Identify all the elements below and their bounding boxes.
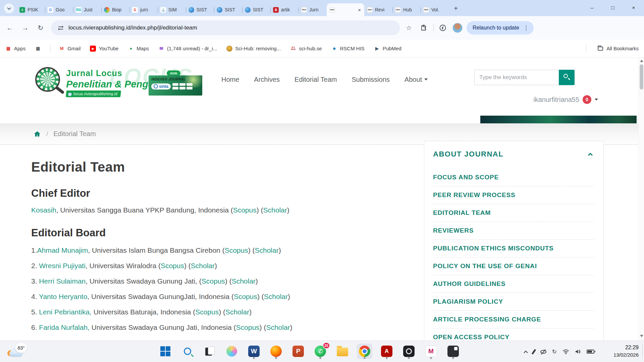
browser-tab[interactable]: GGoo xyxy=(45,3,73,16)
acrobat-taskbar-icon[interactable]: A xyxy=(379,344,394,359)
browser-tab[interactable]: SIST xyxy=(214,3,242,16)
bookmark-youtube[interactable]: ▶YouTube xyxy=(90,46,118,52)
sidebar-item-focus-and-scope[interactable]: FOCUS AND SCOPE xyxy=(433,169,594,186)
sidebar-item-policy-on-the-use-of-genai[interactable]: POLICY ON THE USE OF GENAI xyxy=(433,257,594,275)
tab-close-icon[interactable]: × xyxy=(357,7,362,13)
scroll-up-arrow[interactable] xyxy=(640,60,643,62)
active-browser-tab[interactable]: PKP× xyxy=(327,3,364,16)
sidebar-item-editorial-team[interactable]: EDITORIAL TEAM xyxy=(433,204,594,222)
sidebar-item-article-processing-charge[interactable]: ARTICLE PROCESSING CHARGE xyxy=(433,311,594,328)
darkapp-taskbar-icon[interactable] xyxy=(445,344,461,359)
member-name-link[interactable]: Ahmad Munajim xyxy=(37,246,88,254)
bookmark-rscm[interactable]: ●RSCM HIS xyxy=(331,46,365,52)
sidebar-item-reviewers[interactable]: REVIEWERS xyxy=(433,222,594,240)
profile-avatar[interactable] xyxy=(452,23,463,33)
mapp-taskbar-icon[interactable]: M xyxy=(423,344,439,359)
member-name-link[interactable]: Kosasih xyxy=(31,206,56,214)
all-bookmarks[interactable]: All Bookmarks xyxy=(586,45,639,52)
scopus-link[interactable]: Scopus xyxy=(234,293,257,300)
scholar-link[interactable]: Scholar xyxy=(263,206,287,214)
bookmark-mail[interactable]: ✉(1,748 unread) - dr_i... xyxy=(158,46,217,52)
performance-leaf-icon[interactable] xyxy=(437,22,448,34)
browser-tab[interactable]: SIST xyxy=(186,3,214,16)
reload-button[interactable]: ↻ xyxy=(35,22,46,34)
scholar-link[interactable]: Scholar xyxy=(232,277,256,285)
ppt-taskbar-icon[interactable]: P xyxy=(290,344,306,359)
scopus-link[interactable]: Scopus xyxy=(225,246,248,254)
taskview-taskbar-icon[interactable] xyxy=(202,344,217,359)
extensions-icon[interactable] xyxy=(418,22,429,34)
minimize-button[interactable]: – xyxy=(582,0,602,15)
sidebar-item-peer-review-process[interactable]: PEER REVIEW PROCESS xyxy=(433,186,594,204)
copilot-taskbar-icon[interactable] xyxy=(224,344,239,359)
member-name-link[interactable]: Leni Pebriantika, xyxy=(39,308,91,316)
user-menu[interactable]: ikanurfitriana55 0 xyxy=(533,95,598,104)
sidebar-header[interactable]: ABOUT JOURNAL xyxy=(433,150,594,169)
weather-widget[interactable]: 83° xyxy=(7,343,32,360)
browser-tab[interactable]: PKPVol. xyxy=(421,3,449,16)
search-taskbar-icon[interactable] xyxy=(180,344,195,359)
start-taskbar-icon[interactable] xyxy=(158,344,173,359)
browser-tab[interactable]: PKPRevi xyxy=(364,3,392,16)
scholar-link[interactable]: Scholar xyxy=(264,293,288,300)
browser-tab[interactable]: RGJust xyxy=(73,3,101,16)
scopus-link[interactable]: Scopus xyxy=(236,323,260,331)
pen-icon[interactable] xyxy=(531,349,536,355)
nav-item-about[interactable]: About xyxy=(405,76,428,83)
member-name-link[interactable]: Yanto Heryanto xyxy=(39,293,87,300)
bookmark-gmail[interactable]: MGmail xyxy=(59,46,80,52)
bookmark-star-icon[interactable]: ☆ xyxy=(403,22,415,34)
explorer-taskbar-icon[interactable] xyxy=(335,344,350,359)
sidebar-item-plagiarism-policy[interactable]: PLAGIARISM POLICY xyxy=(433,293,594,311)
scholar-link[interactable]: Scholar xyxy=(225,308,249,316)
browser-tab[interactable]: Gjurn xyxy=(129,3,158,16)
nav-item-submissions[interactable]: Submissions xyxy=(352,76,389,83)
whatsapp-taskbar-icon[interactable]: ✆25 xyxy=(313,344,328,359)
browser-tab[interactable]: PKPJurn xyxy=(299,3,327,16)
sidebar-item-publication-ethics-misconduts[interactable]: PUBLICATION ETHICS MISCONDUTS xyxy=(433,240,594,257)
browser-tab[interactable]: Biop xyxy=(101,3,129,16)
chrome-taskbar-icon[interactable] xyxy=(357,344,372,359)
bookmark-scihub[interactable]: SCI HUBsci-hub.se xyxy=(290,46,322,52)
address-bar[interactable]: locus.rivierapublishing.id/index.php/jl/… xyxy=(51,20,400,35)
scroll-down-arrow[interactable] xyxy=(640,335,643,337)
volume-icon[interactable] xyxy=(575,349,581,354)
bookmark-apps[interactable]: ▦Apps xyxy=(5,46,25,52)
tab-search-button[interactable] xyxy=(4,3,14,13)
show-desktop-button[interactable] xyxy=(642,345,644,358)
taskbar-clock[interactable]: 22:29 13/02/2026 xyxy=(613,344,639,358)
firefox-taskbar-icon[interactable] xyxy=(268,344,284,359)
hidden-icons-chevron-icon[interactable] xyxy=(524,350,528,355)
search-button[interactable] xyxy=(559,70,575,85)
sidebar-item-open-access-policy[interactable]: OPEN ACCESS POLICY xyxy=(433,328,594,341)
scopus-link[interactable]: Scopus xyxy=(202,277,225,285)
browser-tab[interactable]: Aartik xyxy=(270,3,299,16)
scopus-link[interactable]: Scopus xyxy=(195,308,219,316)
bookmark-scihub-bird[interactable]: Sci-Hub: removing... xyxy=(226,46,281,52)
maximize-button[interactable]: □ xyxy=(602,0,623,15)
relaunch-button[interactable]: Relaunch to update ⋮ xyxy=(467,21,534,35)
browser-tab[interactable]: SIST xyxy=(242,3,270,16)
bookmark-pubmed[interactable]: ▶PubMed xyxy=(374,46,401,52)
forward-button[interactable]: → xyxy=(19,22,31,34)
close-button[interactable]: × xyxy=(623,0,644,15)
eye-off-icon[interactable] xyxy=(540,350,546,354)
member-name-link[interactable]: Wresni Pujiyati xyxy=(39,262,86,269)
scholar-link[interactable]: Scholar xyxy=(266,323,290,331)
battery-icon[interactable] xyxy=(587,350,594,354)
browser-tab[interactable]: ⚓SIM xyxy=(158,3,186,16)
site-info-icon[interactable] xyxy=(57,24,64,32)
browser-menu-icon[interactable]: ⋮ xyxy=(523,24,529,32)
scopus-link[interactable]: Scopus xyxy=(233,206,257,214)
sidebar-item-author-guidelines[interactable]: AUTHOR GUIDELINES xyxy=(433,275,594,293)
nav-item-archives[interactable]: Archives xyxy=(254,76,280,83)
back-button[interactable]: ← xyxy=(4,22,15,34)
sync-icon[interactable] xyxy=(552,348,557,355)
ring-taskbar-icon[interactable] xyxy=(401,344,417,359)
member-name-link[interactable]: Herri Sulaiman xyxy=(39,277,86,285)
scopus-link[interactable]: Scopus xyxy=(161,262,184,269)
bookmark-maps[interactable]: ●Maps xyxy=(128,46,149,52)
bookmark-grid[interactable]: ▦ xyxy=(35,46,41,52)
wifi-icon[interactable] xyxy=(562,349,569,354)
nav-item-editorial-team[interactable]: Editorial Team xyxy=(294,76,337,83)
